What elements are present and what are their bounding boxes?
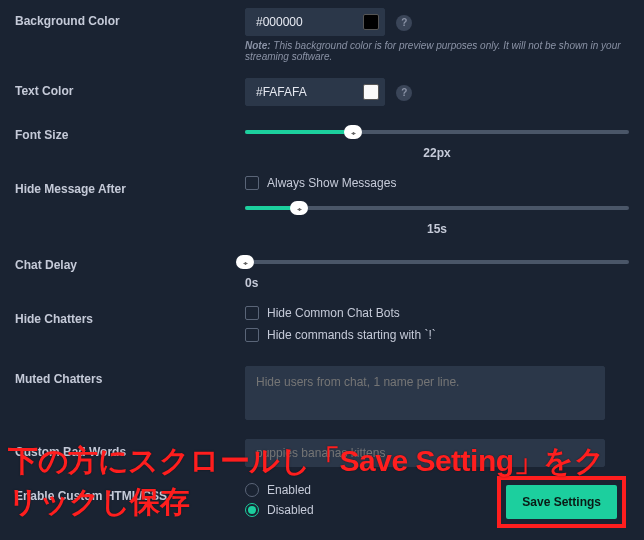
slider-chat-delay[interactable] — [245, 252, 629, 272]
row-background-color: Background Color ? Note: This background… — [0, 0, 644, 70]
checkbox-icon[interactable] — [245, 306, 259, 320]
label-font-size: Font Size — [15, 122, 245, 142]
slider-thumb-icon[interactable] — [344, 125, 362, 139]
input-bad-words[interactable] — [245, 439, 605, 467]
checkbox-hide-commands[interactable]: Hide commands starting with `!` — [245, 328, 629, 342]
label-hide-chatters: Hide Chatters — [15, 306, 245, 326]
label-custom-html: Enable Custom HTML/CSS — [15, 483, 245, 503]
help-icon[interactable]: ? — [396, 85, 412, 101]
row-font-size: Font Size 22px — [0, 114, 644, 168]
slider-thumb-icon[interactable] — [290, 201, 308, 215]
row-chat-delay: Chat Delay 0s — [0, 244, 644, 298]
radio-icon[interactable] — [245, 503, 259, 517]
save-button[interactable]: Save Settings — [506, 485, 617, 519]
value-font-size: 22px — [245, 146, 629, 160]
note-background-color: Note: This background color is for previ… — [245, 40, 629, 62]
value-hide-after: 15s — [245, 222, 629, 236]
checkbox-always-show[interactable]: Always Show Messages — [245, 176, 629, 190]
label-text-color: Text Color — [15, 78, 245, 98]
help-icon[interactable]: ? — [396, 15, 412, 31]
checkbox-icon[interactable] — [245, 328, 259, 342]
label-hide-after: Hide Message After — [15, 176, 245, 196]
label-chat-delay: Chat Delay — [15, 252, 245, 272]
row-bad-words: Custom Bad Words — [0, 431, 644, 475]
slider-hide-after[interactable] — [245, 198, 629, 218]
label-background-color: Background Color — [15, 8, 245, 28]
save-highlight-box: Save Settings — [497, 476, 626, 528]
label-bad-words: Custom Bad Words — [15, 439, 245, 459]
checkbox-hide-bots[interactable]: Hide Common Chat Bots — [245, 306, 629, 320]
slider-thumb-icon[interactable] — [236, 255, 254, 269]
value-chat-delay: 0s — [245, 276, 629, 290]
row-text-color: Text Color ? — [0, 70, 644, 114]
textarea-muted-chatters[interactable] — [245, 366, 605, 420]
row-hide-chatters: Hide Chatters Hide Common Chat Bots Hide… — [0, 298, 644, 358]
slider-font-size[interactable] — [245, 122, 629, 142]
label-muted-chatters: Muted Chatters — [15, 366, 245, 386]
swatch-background-color[interactable] — [363, 14, 379, 30]
radio-icon[interactable] — [245, 483, 259, 497]
row-muted-chatters: Muted Chatters — [0, 358, 644, 431]
checkbox-icon[interactable] — [245, 176, 259, 190]
swatch-text-color[interactable] — [363, 84, 379, 100]
row-hide-after: Hide Message After Always Show Messages … — [0, 168, 644, 244]
